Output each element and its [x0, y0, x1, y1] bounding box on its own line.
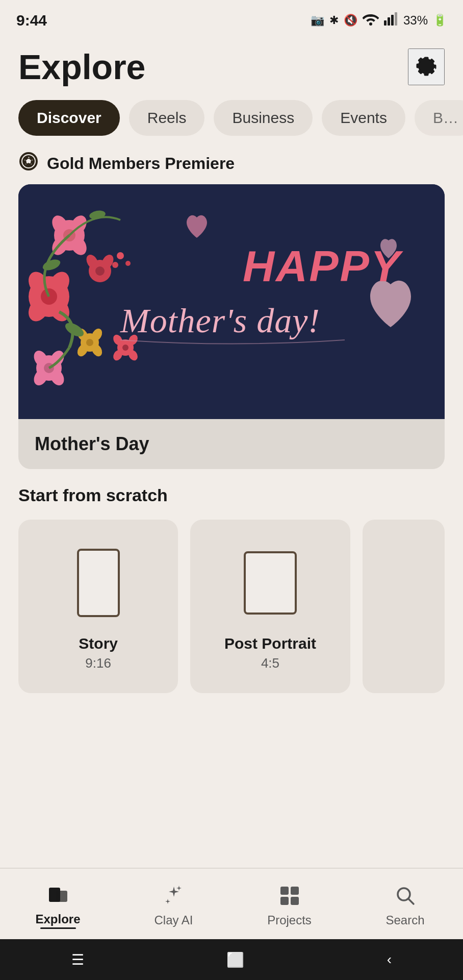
- svg-point-22: [95, 266, 105, 276]
- android-menu-btn[interactable]: ☰: [71, 951, 84, 968]
- tab-discover[interactable]: Discover: [18, 100, 120, 136]
- svg-rect-2: [391, 15, 394, 26]
- story-ratio: 9:16: [85, 655, 111, 671]
- tab-business[interactable]: Business: [214, 100, 313, 136]
- status-time: 9:44: [16, 12, 47, 29]
- post-portrait-name: Post Portrait: [224, 635, 316, 652]
- post-portrait-ratio: 4:5: [261, 655, 279, 671]
- nav-item-clay-ai[interactable]: Clay AI: [116, 883, 232, 927]
- category-tabs: Discover Reels Business Events B…: [0, 95, 463, 146]
- search-icon: [394, 883, 417, 909]
- status-icons: 📷 ✱ 🔇 33% 🔋: [311, 12, 447, 29]
- scratch-card-extra[interactable]: [363, 520, 445, 693]
- svg-rect-1: [388, 17, 390, 26]
- svg-point-38: [117, 252, 124, 259]
- bluetooth-icon: ✱: [329, 14, 339, 27]
- android-home-btn[interactable]: ⬜: [226, 951, 244, 968]
- story-name: Story: [79, 635, 118, 652]
- android-back-btn[interactable]: ‹: [387, 951, 392, 968]
- camera-icon: 📷: [311, 14, 324, 27]
- explore-icon: [47, 881, 69, 908]
- svg-text:Mother's day!: Mother's day!: [120, 301, 320, 340]
- search-label: Search: [385, 913, 424, 927]
- svg-rect-49: [78, 550, 119, 616]
- settings-button[interactable]: [408, 48, 445, 85]
- nav-item-explore[interactable]: Explore: [0, 881, 116, 929]
- clay-ai-label: Clay AI: [154, 913, 193, 927]
- explore-label: Explore: [35, 912, 80, 929]
- scratch-card-story[interactable]: Story 9:16: [18, 520, 178, 693]
- svg-rect-56: [291, 897, 299, 905]
- page-title: Explore: [18, 47, 145, 87]
- svg-text:HAPPY: HAPPY: [243, 241, 403, 290]
- scratch-cards: Story 9:16 Post Portrait 4:5: [18, 520, 445, 693]
- status-bar: 9:44 📷 ✱ 🔇 33% 🔋: [0, 0, 463, 37]
- post-portrait-icon: [240, 547, 301, 621]
- projects-label: Projects: [267, 913, 312, 927]
- signal-icon: [384, 12, 398, 29]
- gold-icon: [18, 151, 39, 176]
- wifi-icon: [363, 12, 379, 29]
- projects-icon: [278, 883, 301, 909]
- android-nav-bar: ☰ ⬜ ‹: [0, 939, 463, 980]
- scratch-card-post-portrait[interactable]: Post Portrait 4:5: [190, 520, 350, 693]
- svg-rect-53: [280, 887, 289, 895]
- gold-label: Gold Members Premiere: [47, 154, 235, 173]
- svg-point-40: [112, 262, 118, 268]
- svg-point-39: [125, 261, 131, 266]
- gold-members-section: Gold Members Premiere: [0, 146, 463, 184]
- tab-more[interactable]: B…: [415, 100, 463, 136]
- bottom-nav: Explore Clay AI Projects: [0, 868, 463, 939]
- feature-card-image: HAPPY Mother's day!: [18, 184, 445, 419]
- mute-icon: 🔇: [344, 14, 357, 27]
- feature-card-mothers-day[interactable]: HAPPY Mother's day! Mother's Day: [18, 184, 445, 469]
- svg-rect-52: [56, 891, 67, 902]
- header: Explore: [0, 37, 463, 95]
- svg-rect-0: [384, 20, 387, 26]
- clay-ai-icon: [163, 883, 185, 909]
- svg-point-42: [122, 345, 128, 351]
- svg-rect-3: [395, 12, 397, 26]
- svg-rect-50: [245, 552, 296, 614]
- svg-point-28: [86, 339, 93, 346]
- tab-reels[interactable]: Reels: [129, 100, 205, 136]
- battery-icon: 🔋: [433, 14, 447, 27]
- scratch-title: Start from scratch: [18, 485, 445, 505]
- story-icon: [73, 547, 124, 621]
- battery-text: 33%: [403, 13, 428, 28]
- tab-events[interactable]: Events: [322, 100, 405, 136]
- svg-rect-55: [280, 897, 289, 905]
- scratch-section: Start from scratch Story 9:16 Post Portr…: [0, 469, 463, 703]
- nav-item-search[interactable]: Search: [347, 883, 463, 927]
- nav-item-projects[interactable]: Projects: [232, 883, 347, 927]
- feature-card-label: Mother's Day: [18, 419, 445, 469]
- svg-rect-54: [291, 887, 299, 895]
